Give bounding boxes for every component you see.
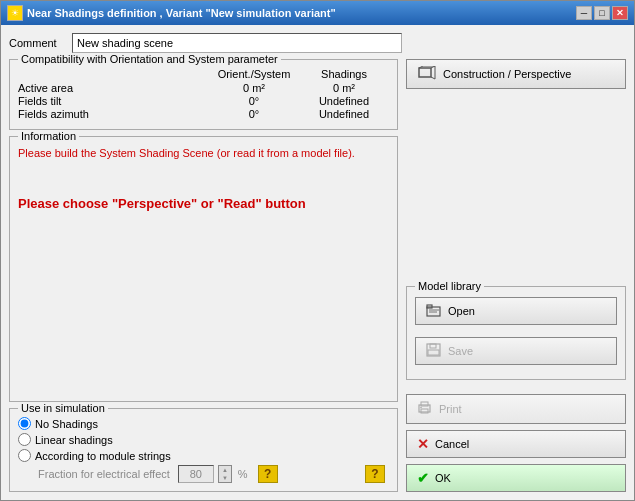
active-area-shadings: 0 m² (299, 82, 389, 94)
title-buttons: ─ □ ✕ (576, 6, 628, 20)
information-group: Information Please build the System Shad… (9, 136, 398, 402)
fraction-row: Fraction for electrical effect ▲ ▼ % ? (38, 465, 278, 483)
print-label: Print (439, 403, 462, 415)
print-button[interactable]: Print (406, 394, 626, 424)
fraction-spinner[interactable]: ▲ ▼ (218, 465, 232, 483)
model-open-button[interactable]: Open (415, 297, 617, 325)
info-content: Please build the System Shading Scene (o… (18, 145, 389, 214)
title-bar: ☀ Near Shadings definition , Variant "Ne… (1, 1, 634, 25)
fraction-label: Fraction for electrical effect (38, 468, 170, 480)
ok-icon: ✔ (417, 471, 429, 485)
compat-row-fields-tilt: Fields tilt 0° Undefined (18, 95, 389, 107)
comment-label: Comment (9, 37, 64, 49)
fields-tilt-label: Fields tilt (18, 95, 209, 107)
linear-shadings-label: Linear shadings (35, 434, 113, 446)
fraction-input[interactable] (178, 465, 214, 483)
simulation-title: Use in simulation (18, 402, 108, 414)
model-save-label: Save (448, 345, 473, 357)
model-library-title: Model library (415, 280, 484, 292)
module-strings-label: According to module strings (35, 450, 171, 462)
title-bar-left: ☀ Near Shadings definition , Variant "Ne… (7, 5, 336, 21)
construction-btn-label: Construction / Perspective (443, 68, 571, 80)
action-buttons: Print ✕ Cancel ✔ OK (406, 394, 626, 492)
header-orient-system: Orient./System (209, 68, 299, 80)
info-line2: Please choose "Perspective" or "Read" bu… (18, 196, 306, 211)
svg-rect-0 (419, 68, 431, 77)
radio-no-shadings[interactable] (18, 417, 31, 430)
compat-header-row: Orient./System Shadings (18, 68, 389, 80)
perspective-icon (417, 66, 437, 82)
svg-rect-11 (430, 344, 436, 348)
main-window: ☀ Near Shadings definition , Variant "Ne… (0, 0, 635, 501)
comment-input[interactable] (72, 33, 402, 53)
cancel-button[interactable]: ✕ Cancel (406, 430, 626, 458)
compat-row-active-area: Active area 0 m² 0 m² (18, 82, 389, 94)
fields-tilt-orient: 0° (209, 95, 299, 107)
compat-table: Orient./System Shadings Active area 0 m²… (18, 68, 389, 120)
simulation-group: Use in simulation No Shadings Linear sha… (9, 408, 398, 492)
window-title: Near Shadings definition , Variant "New … (27, 7, 336, 19)
header-shadings: Shadings (299, 68, 389, 80)
radio-linear-row: Linear shadings (18, 433, 389, 446)
right-spacer (406, 103, 626, 278)
radio-module-strings-row: According to module strings (18, 449, 389, 462)
active-area-label: Active area (18, 82, 209, 94)
fraction-unit: % (238, 468, 248, 480)
fields-azimuth-orient: 0° (209, 108, 299, 120)
fields-azimuth-label: Fields azimuth (18, 108, 209, 120)
comment-row: Comment (9, 33, 626, 53)
svg-line-2 (431, 77, 435, 79)
radio-linear-shadings[interactable] (18, 433, 31, 446)
minimize-button[interactable]: ─ (576, 6, 592, 20)
fields-azimuth-shadings: Undefined (299, 108, 389, 120)
compatibility-title: Compatibility with Orientation and Syste… (18, 53, 281, 65)
cancel-icon: ✕ (417, 437, 429, 451)
construction-perspective-button[interactable]: Construction / Perspective (406, 59, 626, 89)
bottom-help-button[interactable]: ? (365, 465, 385, 483)
compatibility-group: Compatibility with Orientation and Syste… (9, 59, 398, 130)
fields-tilt-shadings: Undefined (299, 95, 389, 107)
construction-btn-icon (417, 66, 437, 82)
right-panel: Construction / Perspective Model library (406, 59, 626, 492)
window-body: Comment Compatibility with Orientation a… (1, 25, 634, 500)
save-icon (426, 343, 442, 359)
cancel-label: Cancel (435, 438, 469, 450)
information-title: Information (18, 130, 79, 142)
ok-button[interactable]: ✔ OK (406, 464, 626, 492)
maximize-button[interactable]: □ (594, 6, 610, 20)
model-save-button[interactable]: Save (415, 337, 617, 365)
open-icon (426, 303, 442, 319)
active-area-orient: 0 m² (209, 82, 299, 94)
model-library-group: Model library Open (406, 286, 626, 380)
print-icon (417, 401, 433, 417)
window-icon: ☀ (7, 5, 23, 21)
ok-label: OK (435, 472, 451, 484)
close-button[interactable]: ✕ (612, 6, 628, 20)
info-line1: Please build the System Shading Scene (o… (18, 147, 355, 159)
no-shadings-label: No Shadings (35, 418, 98, 430)
radio-no-shadings-row: No Shadings (18, 417, 389, 430)
main-content: Compatibility with Orientation and Syste… (9, 59, 626, 492)
radio-module-strings[interactable] (18, 449, 31, 462)
left-panel: Compatibility with Orientation and Syste… (9, 59, 398, 492)
model-open-label: Open (448, 305, 475, 317)
svg-point-16 (420, 407, 422, 409)
fraction-help-button[interactable]: ? (258, 465, 278, 483)
compat-row-fields-azimuth: Fields azimuth 0° Undefined (18, 108, 389, 120)
svg-rect-12 (428, 350, 439, 355)
